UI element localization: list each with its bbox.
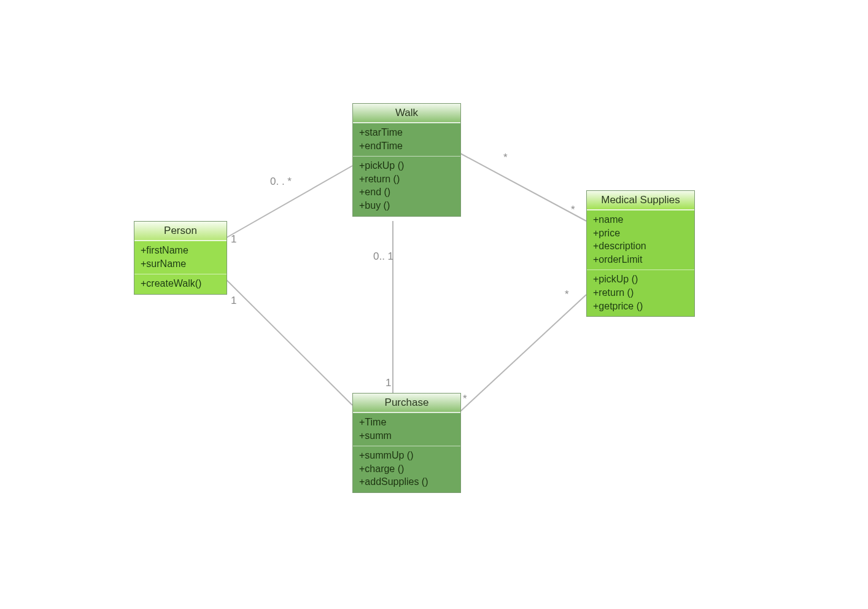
class-person-attributes: +firstName +surName	[134, 241, 227, 274]
class-purchase-attributes: +Time +summ	[353, 413, 460, 446]
mult-walk-purchase-purchase: 1	[386, 377, 391, 389]
method: +buy ()	[359, 199, 454, 212]
method: +getprice ()	[593, 300, 688, 313]
class-person-title: Person	[134, 222, 227, 241]
attribute: +summ	[359, 429, 454, 443]
method: +summUp ()	[359, 449, 454, 462]
class-walk-methods: +pickUp () +return () +end () +buy ()	[353, 156, 460, 215]
attribute: +name	[593, 213, 688, 227]
mult-person-walk-walk: 0. . *	[270, 176, 292, 188]
edge-person-purchase	[227, 280, 352, 405]
method: +pickUp ()	[359, 159, 454, 173]
class-walk-title: Walk	[353, 104, 460, 123]
attribute: +firstName	[141, 244, 220, 257]
method: +return ()	[359, 173, 454, 186]
attribute: +starTime	[359, 126, 454, 139]
mult-walk-purchase-walk: 0.. 1	[373, 250, 393, 263]
class-medical-supplies[interactable]: Medical Supplies +name +price +descripti…	[586, 190, 695, 317]
attribute: +Time	[359, 416, 454, 429]
class-purchase[interactable]: Purchase +Time +summ +summUp () +charge …	[352, 393, 461, 493]
attribute: +orderLimit	[593, 253, 688, 266]
mult-person-walk-person: 1	[231, 233, 236, 246]
method: +end ()	[359, 185, 454, 199]
method: +addSupplies ()	[359, 475, 454, 489]
method: +createWalk()	[141, 277, 220, 290]
mult-person-purchase-person: 1	[231, 295, 236, 307]
class-medical-methods: +pickUp () +return () +getprice ()	[587, 270, 694, 316]
class-purchase-methods: +summUp () +charge () +addSupplies ()	[353, 446, 460, 492]
mult-purchase-medical-medical: *	[565, 289, 569, 301]
attribute: +endTime	[359, 139, 454, 153]
edge-walk-medical	[460, 153, 586, 221]
class-medical-title: Medical Supplies	[587, 191, 694, 210]
edge-purchase-medical	[460, 295, 586, 411]
method: +pickUp ()	[593, 273, 688, 286]
edges-layer	[0, 0, 868, 609]
method: +return ()	[593, 286, 688, 300]
class-walk-attributes: +starTime +endTime	[353, 123, 460, 156]
attribute: +price	[593, 227, 688, 240]
class-person[interactable]: Person +firstName +surName +createWalk()	[134, 221, 227, 295]
mult-purchase-medical-purchase: *	[463, 393, 467, 405]
method: +charge ()	[359, 462, 454, 476]
attribute: +surName	[141, 257, 220, 271]
attribute: +description	[593, 239, 688, 253]
mult-walk-medical-walk: *	[503, 152, 508, 164]
class-purchase-title: Purchase	[353, 394, 460, 413]
class-medical-attributes: +name +price +description +orderLimit	[587, 210, 694, 270]
class-person-methods: +createWalk()	[134, 274, 227, 294]
class-walk[interactable]: Walk +starTime +endTime +pickUp () +retu…	[352, 103, 461, 217]
mult-walk-medical-medical: *	[571, 204, 575, 216]
